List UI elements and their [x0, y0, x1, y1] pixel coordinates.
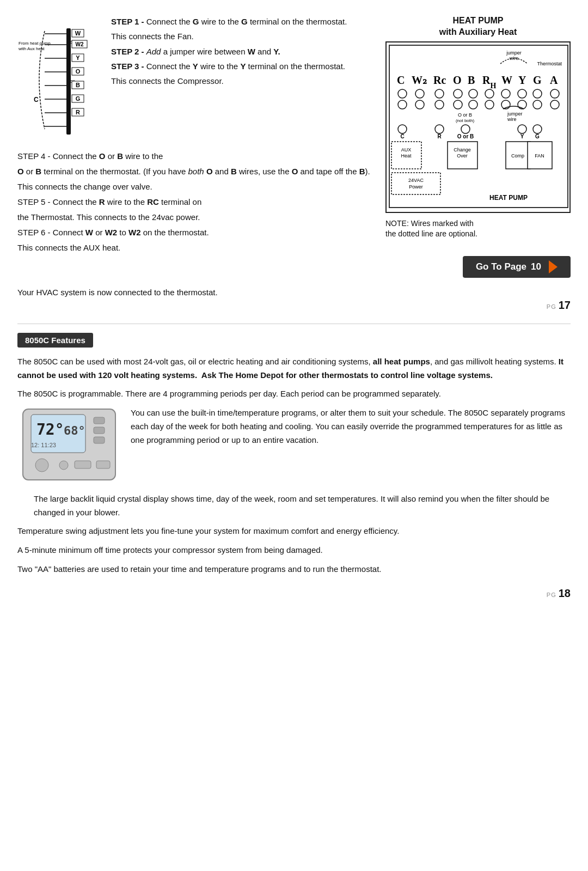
svg-point-37: [435, 125, 444, 133]
go-to-page-button[interactable]: Go To Page 10: [463, 256, 571, 278]
features-image-block: 72° 68° 12: 11:23 You can use the built-…: [17, 406, 571, 487]
note-line1: NOTE: Wires marked with: [385, 218, 571, 229]
svg-point-52: [35, 459, 48, 472]
step4-detail: O or B terminal on the thermostat. (If y…: [17, 165, 375, 178]
step4-line2: This connects the change over valve.: [17, 180, 375, 193]
svg-point-23: [518, 89, 526, 98]
step2-para: STEP 2 - Add a jumper wire between W and…: [111, 45, 375, 58]
step3-para: STEP 3 - Connect the Y wire to the Y ter…: [111, 60, 375, 72]
arrow-right-icon: [549, 260, 558, 273]
svg-point-31: [485, 100, 494, 109]
features-para2: The 8050C is programmable. There are 4 p…: [17, 387, 571, 401]
thermostat-display-temp: 68°: [64, 424, 85, 437]
o-or-b-label: O or B: [458, 112, 472, 118]
svg-rect-45: [391, 173, 440, 194]
step4-label: STEP 4 -: [17, 151, 51, 161]
terminal-rh: RH: [482, 74, 496, 90]
step2-text: Add a jumper wire between W and Y.: [146, 47, 280, 56]
thermostat-image: 72° 68° 12: 11:23: [17, 406, 121, 487]
image-text-block: You can use the built-in time/temperatur…: [131, 406, 571, 452]
svg-point-28: [435, 100, 444, 109]
b-label: B: [76, 82, 80, 88]
step1-line2: This connects the Fan.: [111, 30, 375, 42]
heat-pump-title-line2: with Auxiliary Heat: [385, 27, 571, 38]
c-label: C: [34, 96, 39, 103]
terminal-y: Y: [518, 74, 526, 86]
change-over-label2: Over: [457, 153, 468, 159]
right-section: HEAT PUMP with Auxiliary Heat jumper wir…: [385, 15, 571, 278]
svg-point-30: [469, 100, 477, 109]
step5-label: STEP 5 -: [17, 197, 51, 206]
step3-line2: This connects the Compressor.: [111, 75, 375, 87]
svg-point-25: [550, 89, 559, 98]
24vac-label: 24VAC: [408, 178, 424, 183]
step1-text: Connect the G wire to the G terminal on …: [146, 17, 347, 26]
hp-diagram: jumper wire Thermostat C W₂ Rc O B RH W …: [385, 41, 571, 213]
w2-label: W2: [76, 41, 84, 47]
w-label: W: [75, 30, 81, 36]
svg-rect-50: [94, 427, 105, 434]
heat-pump-title: HEAT PUMP with Auxiliary Heat: [385, 15, 571, 38]
image-text: You can use the built-in time/temperatur…: [131, 406, 571, 447]
features-para3: The large backlit liquid crystal display…: [34, 492, 571, 520]
page-divider: [17, 324, 571, 324]
steps-text: STEP 1 - Connect the G wire to the G ter…: [111, 15, 375, 89]
svg-point-53: [59, 461, 68, 470]
y-lower-label: Y: [520, 133, 524, 139]
thermostat-display-time: 72°: [36, 421, 64, 438]
aux-heat-label: AUX: [401, 147, 412, 153]
terminal-w2: W₂: [412, 74, 427, 86]
heat-pump-bottom-label: HEAT PUMP: [489, 194, 528, 202]
step5-para: STEP 5 - Connect the R wire to the RC te…: [17, 196, 375, 209]
terminal-c: C: [397, 74, 405, 86]
r-label: R: [76, 109, 80, 115]
features-para1: The 8050C can be used with most 24-volt …: [17, 355, 571, 382]
24vac-label2: Power: [409, 184, 423, 190]
y-label: Y: [76, 54, 80, 61]
svg-point-40: [533, 125, 542, 133]
features-text: The 8050C can be used with most 24-volt …: [17, 355, 571, 576]
step4-para: STEP 4 - Connect the O or B wire to the: [17, 150, 375, 163]
svg-point-22: [501, 89, 510, 98]
step3-text: Connect the Y wire to the Y terminal on …: [146, 62, 345, 71]
o-or-b-lower-label: O or B: [457, 133, 474, 139]
svg-point-39: [518, 125, 526, 133]
features-para5: A 5-minute minimum off time protects you…: [17, 544, 571, 557]
g-label: G: [76, 95, 81, 102]
svg-point-17: [415, 89, 424, 98]
svg-rect-49: [94, 417, 105, 424]
step6-para: STEP 6 - Connect W or W2 to W2 on the th…: [17, 226, 375, 239]
jumper-wire-2-label2: wire: [507, 117, 517, 122]
bottom-steps: STEP 4 - Connect the O or B wire to the …: [17, 150, 375, 254]
go-to-page-label: Go To Page: [476, 261, 526, 272]
svg-point-21: [485, 89, 494, 98]
terminal-b: B: [468, 74, 475, 86]
left-section: From heat pump with Aux heat W: [17, 15, 375, 278]
step3-label: STEP 3 -: [111, 62, 144, 71]
jumper-wire-2-label: jumper: [507, 111, 523, 117]
thermostat-display-label: 12: 11:23: [31, 442, 56, 448]
note-text: NOTE: Wires marked with the dotted line …: [385, 218, 571, 240]
svg-point-16: [398, 89, 407, 98]
svg-point-24: [533, 89, 542, 98]
jumper-wire-1-label: jumper: [506, 50, 522, 56]
page-18-num: PG 18: [17, 587, 571, 600]
change-over-label: Change: [454, 147, 471, 153]
go-to-page-num: 10: [531, 261, 541, 272]
wire-diagram: From heat pump with Aux heat W: [17, 17, 105, 144]
svg-rect-54: [75, 461, 91, 468]
step1-para: STEP 1 - Connect the G wire to the G ter…: [111, 15, 375, 28]
svg-point-27: [415, 100, 424, 109]
svg-point-38: [461, 125, 470, 133]
terminal-a: A: [550, 74, 558, 86]
svg-point-36: [398, 125, 407, 133]
comp-label: Comp: [511, 153, 524, 159]
svg-point-35: [550, 100, 559, 109]
svg-rect-51: [94, 437, 105, 443]
svg-point-29: [454, 100, 462, 109]
fan-label: FAN: [535, 153, 544, 159]
hvac-line: Your HVAC system is now connected to the…: [0, 283, 588, 297]
features-para6: Two "AA" batteries are used to retain yo…: [17, 563, 571, 576]
page-17-section: From heat pump with Aux heat W: [0, 0, 588, 283]
terminal-rc: Rc: [433, 74, 446, 86]
